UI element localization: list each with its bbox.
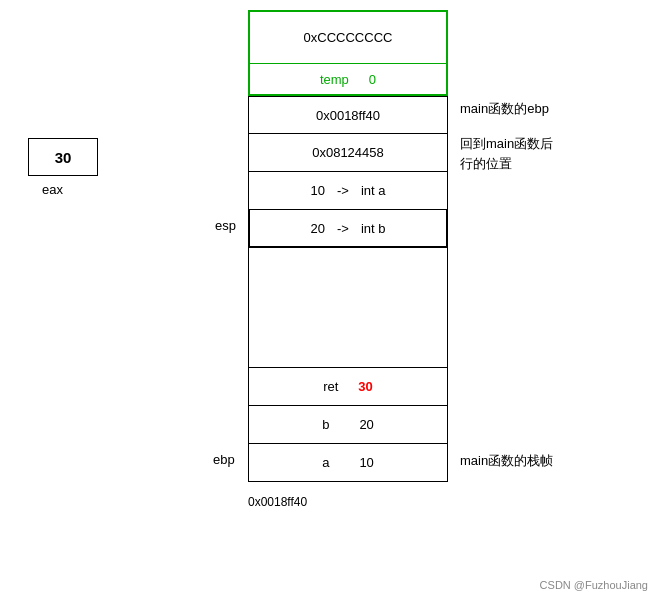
cell-b: b 20 (248, 406, 448, 444)
diagram: 30 eax 0xCCCCCCCC temp 0 0x0018ff40 main… (0, 0, 658, 601)
cell-a: a 10 (248, 444, 448, 482)
temp-label: temp (320, 72, 349, 87)
green-section: 0xCCCCCCCC temp 0 (248, 10, 448, 96)
cell-int-b: 20 -> int b (248, 210, 448, 248)
cell-int-a: 10 -> int a (248, 172, 448, 210)
cell-0xcccc: 0xCCCCCCCC (250, 12, 446, 64)
cell-temp: temp 0 (250, 64, 446, 94)
ret-value: 30 (358, 379, 372, 394)
cell-empty (248, 248, 448, 368)
addr-bottom: 0x0018ff40 (248, 495, 307, 509)
watermark: CSDN @FuzhouJiang (540, 579, 648, 591)
cell-ret: ret 30 (248, 368, 448, 406)
eax-value: 30 (55, 149, 72, 166)
eax-label: eax (42, 182, 63, 197)
0xcccc-value: 0xCCCCCCCC (304, 30, 393, 45)
temp-value: 0 (369, 72, 376, 87)
esp-label: esp (215, 218, 236, 233)
ebp-label: ebp (213, 452, 235, 467)
cell-ret-addr: 0x08124458 (248, 134, 448, 172)
label-ret-addr: 回到main函数后 行的位置 (460, 134, 553, 173)
cell-main-ebp-addr: 0x0018ff40 (248, 96, 448, 134)
eax-box: 30 (28, 138, 98, 176)
label-main-ebp: main函数的ebp (460, 99, 549, 119)
label-main-frame: main函数的栈帧 (460, 452, 553, 470)
